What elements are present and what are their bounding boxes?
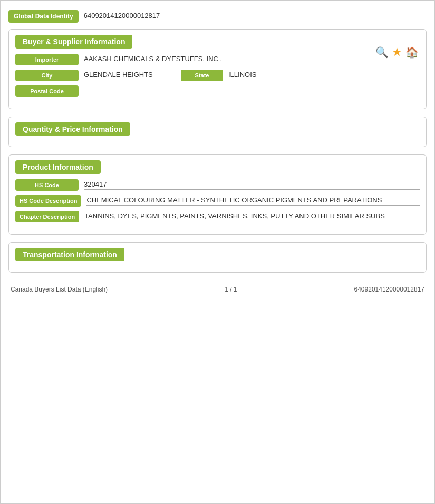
state-label: State <box>181 70 223 81</box>
importer-label: Importer <box>15 54 79 65</box>
postal-value <box>84 91 420 92</box>
chapter-value: TANNINS, DYES, PIGMENTS, PAINTS, VARNISH… <box>84 212 420 221</box>
state-value: ILLINOIS <box>228 71 420 80</box>
hs-desc-row: HS Code Description CHEMICAL COLOURING M… <box>15 195 420 207</box>
footer-left: Canada Buyers List Data (English) <box>11 286 108 293</box>
qty-price-header: Quantity & Price Information <box>15 122 130 136</box>
chapter-label: Chapter Description <box>15 211 79 222</box>
importer-value: AAKASH CHEMICALS & DYESTUFFS, INC . <box>84 55 420 64</box>
transportation-header: Transportation Information <box>15 248 124 261</box>
transportation-section: Transportation Information <box>8 242 427 273</box>
footer-right: 64092014120000012817 <box>354 286 424 293</box>
city-state-row: City GLENDALE HEIGHTS State ILLINOIS <box>15 70 420 81</box>
buyer-supplier-header: Buyer & Supplier Information <box>15 35 132 49</box>
hs-desc-label: HS Code Description <box>15 195 81 207</box>
global-identity-value: 64092014120000012817 <box>84 12 427 21</box>
hs-code-row: HS Code 320417 <box>15 179 420 191</box>
postal-row: Postal Code <box>15 85 420 97</box>
home-icon[interactable]: 🏠 <box>405 46 419 59</box>
city-value: GLENDALE HEIGHTS <box>84 71 173 80</box>
product-section: Product Information HS Code 320417 HS Co… <box>8 154 427 235</box>
footer-bar: Canada Buyers List Data (English) 1 / 1 … <box>8 280 427 295</box>
footer-center: 1 / 1 <box>225 286 237 293</box>
star-icon[interactable]: ★ <box>392 45 402 59</box>
hs-code-value: 320417 <box>84 180 420 190</box>
postal-label: Postal Code <box>15 85 79 97</box>
buyer-supplier-section: Buyer & Supplier Information 🔍 ★ 🏠 Impor… <box>8 29 427 109</box>
product-header: Product Information <box>15 160 101 174</box>
action-icons: 🔍 ★ 🏠 <box>375 45 419 59</box>
page-wrapper: Global Data Identity 6409201412000001281… <box>0 0 435 504</box>
global-identity-label: Global Data Identity <box>8 10 79 23</box>
importer-row: Importer AAKASH CHEMICALS & DYESTUFFS, I… <box>15 54 420 65</box>
city-label: City <box>15 70 79 81</box>
hs-code-label: HS Code <box>15 179 79 191</box>
global-identity-row: Global Data Identity 6409201412000001281… <box>8 10 427 23</box>
chapter-row: Chapter Description TANNINS, DYES, PIGME… <box>15 211 420 222</box>
search-icon[interactable]: 🔍 <box>375 46 389 59</box>
hs-desc-value: CHEMICAL COLOURING MATTER - SYNTHETIC OR… <box>86 196 420 206</box>
qty-price-section: Quantity & Price Information <box>8 117 427 147</box>
